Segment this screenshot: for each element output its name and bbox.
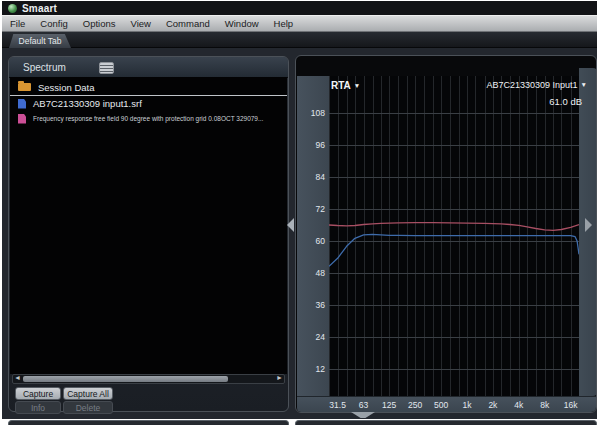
delete-button[interactable]: Delete xyxy=(63,401,113,414)
graph-panel: RTA▼ AB7C21330309 Input1▼ 61.0 dB 108968… xyxy=(295,55,597,413)
tree-item-label: Session Data xyxy=(38,82,95,93)
x-tick-label: 500 xyxy=(434,400,448,410)
graph-mode-label: RTA xyxy=(331,80,351,91)
x-tick-label: 1k xyxy=(462,400,471,410)
menu-item-file[interactable]: File xyxy=(10,18,25,29)
x-tick-label: 4k xyxy=(514,400,523,410)
tree-item[interactable]: Session Data xyxy=(10,79,287,96)
folder-icon xyxy=(18,83,31,91)
input-dropdown[interactable]: AB7C21330309 Input1▼ xyxy=(486,80,587,90)
title-bar: Smaart xyxy=(2,1,597,15)
menu-item-window[interactable]: Window xyxy=(225,18,259,29)
spectrum-panel-header: Spectrum xyxy=(9,57,288,78)
x-axis: 31.5631252505001k2k4k8k16k xyxy=(297,396,597,413)
x-tick-label: 2k xyxy=(488,400,497,410)
tab-default[interactable]: Default Tab xyxy=(9,34,71,48)
menu-item-help[interactable]: Help xyxy=(274,18,294,29)
y-tick-label: 24 xyxy=(316,332,325,342)
tree-item-label: Frequency response free field 90 degree … xyxy=(33,115,263,122)
rta-plot-area[interactable] xyxy=(329,76,579,396)
horizontal-scrollbar[interactable]: ◄ ► xyxy=(12,374,285,384)
menu-bar: FileConfigOptionsViewCommandWindowHelp xyxy=(2,15,597,32)
level-readout: 61.0 dB xyxy=(549,96,582,107)
y-tick-label: 36 xyxy=(316,300,325,310)
collapsed-panel-edge xyxy=(295,420,597,425)
splitter-down-arrow-icon[interactable] xyxy=(351,412,375,418)
app-title: Smaart xyxy=(22,3,57,14)
scroll-right-icon[interactable]: ► xyxy=(275,374,284,382)
menu-item-view[interactable]: View xyxy=(131,18,151,29)
captured-trace-curve xyxy=(329,223,579,231)
menu-item-options[interactable]: Options xyxy=(83,18,116,29)
collapsed-panel-edge xyxy=(8,420,289,425)
rta-plot-svg xyxy=(329,76,579,396)
hamburger-icon[interactable] xyxy=(99,62,114,74)
capture-button[interactable]: Capture xyxy=(15,387,61,400)
tree-item[interactable]: Frequency response free field 90 degree … xyxy=(10,111,287,126)
y-tick-label: 84 xyxy=(316,172,325,182)
splitter-left-arrow-icon[interactable] xyxy=(287,218,294,232)
file-icon xyxy=(18,114,26,124)
tab-label: Default Tab xyxy=(19,36,62,46)
x-tick-label: 250 xyxy=(408,400,422,410)
capture-all-button[interactable]: Capture All xyxy=(63,387,113,400)
menu-item-config[interactable]: Config xyxy=(40,18,67,29)
info-button[interactable]: Info xyxy=(15,401,61,414)
graph-mode-dropdown[interactable]: RTA▼ xyxy=(331,80,360,91)
tab-bar: Default Tab xyxy=(2,32,597,48)
y-tick-label: 48 xyxy=(316,268,325,278)
spectrum-panel-title: Spectrum xyxy=(23,62,66,73)
dropdown-caret-icon: ▼ xyxy=(581,81,587,88)
y-axis: 1089684726048362412 xyxy=(297,76,329,396)
y-tick-label: 96 xyxy=(316,140,325,150)
tree-item[interactable]: AB7C21330309 input1.srf xyxy=(10,96,287,111)
spectrum-panel: Spectrum Session DataAB7C21330309 input1… xyxy=(8,56,289,412)
tree-item-label: AB7C21330309 input1.srf xyxy=(33,98,142,109)
x-tick-label: 16k xyxy=(564,400,578,410)
y-tick-label: 72 xyxy=(316,204,325,214)
dropdown-caret-icon: ▼ xyxy=(354,82,360,89)
smaart-logo-icon xyxy=(8,4,17,13)
graph-header: RTA▼ AB7C21330309 Input1▼ 61.0 dB xyxy=(296,76,596,110)
x-tick-label: 31.5 xyxy=(329,400,346,410)
x-tick-label: 125 xyxy=(382,400,396,410)
y-tick-label: 60 xyxy=(316,236,325,246)
splitter-right-arrow-icon[interactable] xyxy=(585,218,592,232)
x-tick-label: 8k xyxy=(540,400,549,410)
file-icon xyxy=(18,99,26,109)
right-scroll-strip[interactable] xyxy=(579,68,597,396)
workspace: Spectrum Session DataAB7C21330309 input1… xyxy=(2,48,597,419)
scrollbar-thumb[interactable] xyxy=(23,376,228,382)
input-dropdown-label: AB7C21330309 Input1 xyxy=(486,80,577,90)
scroll-left-icon[interactable]: ◄ xyxy=(13,374,22,382)
y-tick-label: 12 xyxy=(316,364,325,374)
x-tick-label: 63 xyxy=(359,400,368,410)
session-data-tree: Session DataAB7C21330309 input1.srfFrequ… xyxy=(10,77,287,374)
rta-live-input-curve xyxy=(329,234,579,266)
menu-item-command[interactable]: Command xyxy=(166,18,210,29)
